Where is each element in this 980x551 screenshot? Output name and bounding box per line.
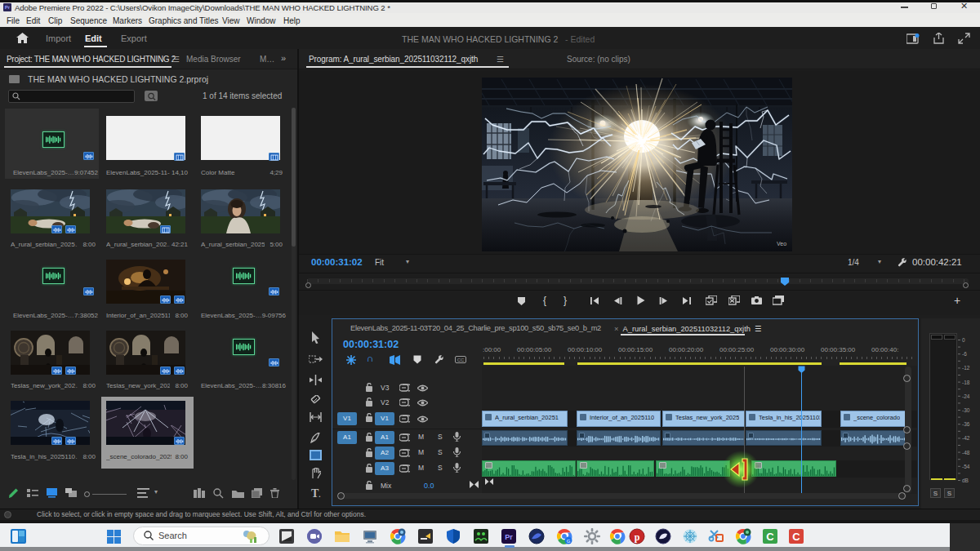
svg-text:Pr: Pr xyxy=(505,533,513,541)
svg-text:G: G xyxy=(567,539,571,544)
svg-text:C: C xyxy=(766,531,774,543)
svg-text:C: C xyxy=(792,531,800,543)
svg-text:Veo: Veo xyxy=(777,241,786,247)
svg-text:p: p xyxy=(635,531,640,543)
